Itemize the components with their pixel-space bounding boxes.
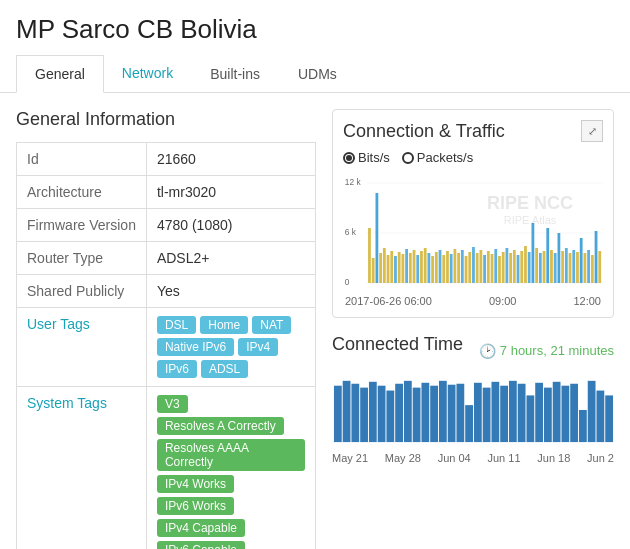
svg-rect-8 (376, 193, 379, 283)
tag-ipv6-works: IPv6 Works (157, 497, 234, 515)
radio-bits-dot (343, 152, 355, 164)
tag-ipv6-capable: IPv6 Capable (157, 541, 245, 549)
svg-rect-98 (588, 381, 596, 442)
svg-rect-96 (570, 384, 578, 442)
svg-rect-82 (448, 385, 456, 442)
svg-rect-12 (390, 251, 393, 283)
svg-rect-15 (402, 254, 405, 283)
user-tags-row: User Tags DSL Home NAT Native IPv6 IPv4 … (17, 308, 316, 387)
system-tags-row: System Tags V3 Resolves A Correctly Reso… (17, 387, 316, 550)
svg-rect-74 (378, 386, 386, 442)
tag-ipv4-works: IPv4 Works (157, 475, 234, 493)
traffic-header: Connection & Traffic ⤢ (343, 120, 603, 142)
svg-rect-39 (491, 254, 494, 283)
svg-rect-57 (558, 233, 561, 283)
svg-rect-64 (584, 253, 587, 283)
svg-rect-49 (528, 252, 531, 283)
tab-general[interactable]: General (16, 55, 104, 93)
tab-network[interactable]: Network (104, 55, 191, 93)
svg-rect-36 (480, 250, 483, 283)
svg-rect-81 (439, 381, 447, 442)
bar-label-jun11: Jun 11 (487, 452, 520, 464)
radio-bits[interactable]: Bits/s (343, 150, 390, 165)
svg-rect-28 (450, 254, 453, 283)
svg-rect-18 (413, 250, 416, 283)
id-value: 21660 (146, 143, 315, 176)
system-tags-container: V3 Resolves A Correctly Resolves AAAA Co… (157, 395, 305, 549)
svg-rect-27 (446, 251, 449, 283)
svg-rect-54 (546, 228, 549, 283)
svg-text:12 k: 12 k (345, 177, 361, 187)
tab-builtins[interactable]: Built-ins (191, 55, 279, 93)
svg-rect-33 (468, 252, 471, 283)
svg-rect-66 (591, 255, 594, 283)
connected-time-section: Connected Time 🕑 7 hours, 21 minutes (332, 334, 614, 464)
general-info-title: General Information (16, 109, 316, 130)
svg-rect-87 (491, 382, 499, 442)
svg-rect-6 (368, 228, 371, 283)
expand-button[interactable]: ⤢ (581, 120, 603, 142)
svg-rect-52 (539, 253, 542, 283)
svg-rect-44 (509, 253, 512, 283)
svg-rect-47 (520, 251, 523, 283)
svg-rect-38 (487, 251, 490, 283)
svg-rect-55 (550, 250, 553, 283)
ripe-watermark: RIPE NCC RIPE Atlas (487, 193, 573, 226)
architecture-value: tl-mr3020 (146, 176, 315, 209)
svg-rect-59 (565, 248, 568, 283)
svg-rect-78 (413, 388, 421, 442)
svg-rect-35 (476, 253, 479, 283)
table-row: Shared Publicly Yes (17, 275, 316, 308)
left-panel: General Information Id 21660 Architectur… (16, 109, 316, 549)
tab-udms[interactable]: UDMs (279, 55, 356, 93)
svg-rect-16 (405, 249, 408, 283)
chart-x-labels: 2017-06-26 06:00 09:00 12:00 (343, 295, 603, 307)
tag-ipv4-capable: IPv4 Capable (157, 519, 245, 537)
traffic-title: Connection & Traffic (343, 121, 505, 142)
tag-resolves-a: Resolves A Correctly (157, 417, 284, 435)
svg-rect-97 (579, 410, 587, 442)
table-row: Firmware Version 4780 (1080) (17, 209, 316, 242)
svg-rect-30 (457, 253, 460, 283)
svg-rect-95 (561, 386, 569, 442)
router-type-value: ADSL2+ (146, 242, 315, 275)
x-label-1: 2017-06-26 06:00 (345, 295, 432, 307)
tag-nat: NAT (252, 316, 291, 334)
ripe-ncc-text: RIPE NCC (487, 193, 573, 214)
svg-rect-26 (442, 255, 445, 283)
svg-rect-75 (386, 391, 394, 443)
svg-rect-11 (387, 255, 390, 283)
bar-label-jun04: Jun 04 (438, 452, 471, 464)
svg-rect-99 (596, 391, 604, 443)
time-duration: 7 hours, 21 minutes (500, 343, 614, 358)
x-label-2: 09:00 (489, 295, 517, 307)
svg-rect-79 (421, 383, 429, 442)
svg-text:6 k: 6 k (345, 227, 357, 237)
tag-dsl: DSL (157, 316, 196, 334)
architecture-label: Architecture (17, 176, 147, 209)
svg-rect-85 (474, 383, 482, 442)
svg-rect-29 (454, 249, 457, 283)
system-tags-cell: V3 Resolves A Correctly Resolves AAAA Co… (146, 387, 315, 550)
right-panel: Connection & Traffic ⤢ Bits/s Packets/s … (332, 109, 614, 549)
svg-rect-34 (472, 247, 475, 283)
table-row: Router Type ADSL2+ (17, 242, 316, 275)
table-row: Id 21660 (17, 143, 316, 176)
svg-rect-48 (524, 246, 527, 283)
radio-packets[interactable]: Packets/s (402, 150, 473, 165)
svg-rect-76 (395, 384, 403, 442)
svg-rect-88 (500, 386, 508, 442)
x-label-3: 12:00 (573, 295, 601, 307)
svg-rect-73 (369, 382, 377, 442)
traffic-chart: 12 k 6 k 0 (343, 173, 603, 293)
router-type-label: Router Type (17, 242, 147, 275)
svg-rect-37 (483, 255, 486, 283)
svg-rect-60 (569, 253, 572, 283)
svg-rect-58 (561, 251, 564, 283)
firmware-value: 4780 (1080) (146, 209, 315, 242)
connected-header: Connected Time 🕑 7 hours, 21 minutes (332, 334, 614, 367)
bar-label-may21: May 21 (332, 452, 368, 464)
info-table: Id 21660 Architecture tl-mr3020 Firmware… (16, 142, 316, 549)
svg-rect-7 (372, 258, 375, 283)
svg-rect-94 (553, 382, 561, 442)
